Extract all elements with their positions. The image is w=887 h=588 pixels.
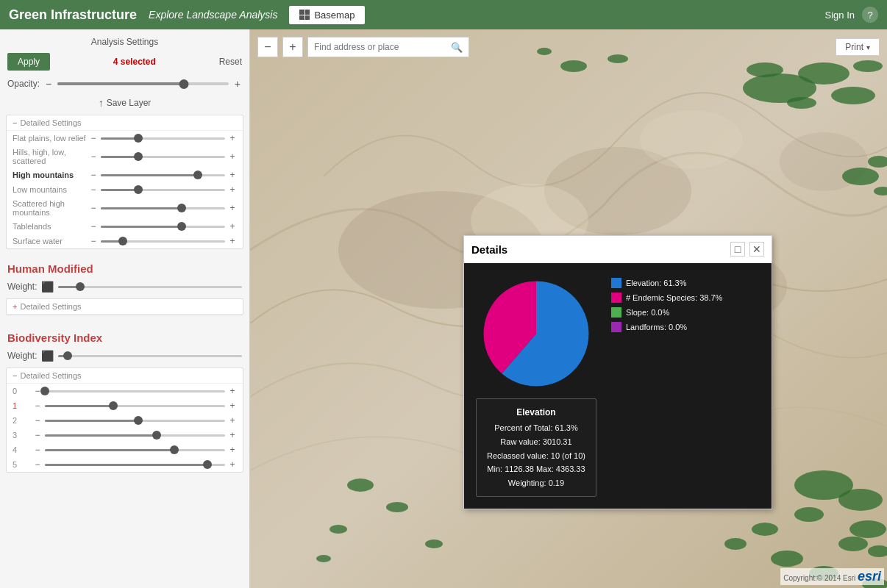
svg-point-8 xyxy=(798,62,849,85)
search-box[interactable]: 🔍 xyxy=(307,37,469,57)
legend-label-elevation: Elevation: 61.3% xyxy=(626,279,687,287)
opacity-slider-track[interactable] xyxy=(57,82,229,85)
slider-track-surface-water[interactable] xyxy=(101,240,225,243)
bio-slider-track-1[interactable] xyxy=(45,405,225,407)
svg-point-12 xyxy=(853,60,883,72)
bio-slider-track-5[interactable] xyxy=(45,464,225,466)
opacity-row: Opacity: − + xyxy=(0,74,249,94)
bio-slider-minus-2[interactable]: − xyxy=(33,415,42,426)
slider-track-low-mountains[interactable] xyxy=(101,189,225,191)
bio-slider-minus-1[interactable]: − xyxy=(33,401,42,411)
bio-detail-label: Detailed Settings xyxy=(20,371,81,380)
slider-track-tablelands[interactable] xyxy=(101,226,225,228)
slider-plus-high-mountains[interactable]: + xyxy=(228,170,237,180)
slider-minus-surface-water[interactable]: − xyxy=(89,236,98,246)
slider-minus-flat-plains[interactable]: − xyxy=(89,133,98,143)
zoom-in-button[interactable]: + xyxy=(282,37,303,57)
svg-point-20 xyxy=(838,537,868,551)
tooltip-raw: Raw value: 3010.31 xyxy=(487,435,585,449)
svg-point-10 xyxy=(747,62,783,77)
bio-slider-track-4[interactable] xyxy=(45,449,225,451)
slider-plus-low-mountains[interactable]: + xyxy=(228,184,237,195)
pie-legend: Elevation: 61.3% # Endemic Species: 38.7… xyxy=(611,275,722,332)
slider-plus-scattered[interactable]: + xyxy=(228,203,237,213)
popup-header: Details □ ✕ xyxy=(464,236,772,263)
opacity-plus-button[interactable]: + xyxy=(233,78,242,90)
biodiversity-section: Biodiversity Index Weight: ⬛ − Detailed … xyxy=(0,321,249,478)
slider-plus-hills[interactable]: + xyxy=(228,151,237,162)
legend-item-elevation: Elevation: 61.3% xyxy=(611,278,722,288)
bio-slider-plus-1[interactable]: + xyxy=(228,401,237,411)
human-modified-toggle-icon[interactable]: + xyxy=(13,302,17,311)
map-area[interactable]: − + 🔍 Print ▾ Details □ ✕ xyxy=(250,29,887,588)
legend-color-slope xyxy=(611,307,621,318)
bio-slider-3: 3 − + xyxy=(7,428,243,442)
slider-track-high-mountains[interactable] xyxy=(101,174,225,176)
bio-toggle-icon[interactable]: − xyxy=(13,371,17,380)
bio-slider-plus-5[interactable]: + xyxy=(228,459,237,470)
slider-minus-scattered[interactable]: − xyxy=(89,203,98,213)
basemap-button[interactable]: Basemap xyxy=(289,6,365,24)
sign-in-link[interactable]: Sign In xyxy=(825,10,855,21)
print-chevron-icon: ▾ xyxy=(866,43,870,51)
bio-slider-plus-0[interactable]: + xyxy=(228,386,237,396)
slider-row-hills: Hills, high, low, scattered − + xyxy=(7,146,243,168)
slider-row-flat-plains: Flat plains, low relief − + xyxy=(7,131,243,146)
slider-minus-hills[interactable]: − xyxy=(89,151,98,162)
search-input[interactable] xyxy=(314,42,451,52)
pie-chart xyxy=(477,275,595,392)
bio-slider-track-3[interactable] xyxy=(45,434,225,437)
detail-toggle-icon[interactable]: − xyxy=(13,118,17,127)
weight-track-human[interactable] xyxy=(58,286,242,288)
reset-button[interactable]: Reset xyxy=(219,57,242,67)
bio-slider-minus-3[interactable]: − xyxy=(33,430,42,440)
human-modified-detailed-title: + Detailed Settings xyxy=(7,299,243,315)
legend-label-endemic: # Endemic Species: 38.7% xyxy=(626,293,722,302)
slider-track-hills[interactable] xyxy=(101,156,225,158)
bio-slider-plus-2[interactable]: + xyxy=(228,415,237,426)
bio-slider-minus-4[interactable]: − xyxy=(33,445,42,455)
bio-slider-minus-5[interactable]: − xyxy=(33,459,42,470)
slider-plus-surface-water[interactable]: + xyxy=(228,236,237,246)
slider-row-scattered: Scattered high mountains − + xyxy=(7,197,243,219)
legend-item-landforms: Landforms: 0.0% xyxy=(611,322,722,332)
slider-plus-tablelands[interactable]: + xyxy=(228,221,237,232)
tooltip-minmax: Min: 1126.38 Max: 4363.33 xyxy=(487,462,585,476)
weight-track-bio[interactable] xyxy=(58,355,242,357)
slider-label-hills: Hills, high, low, scattered xyxy=(13,148,86,165)
opacity-minus-button[interactable]: − xyxy=(44,78,53,90)
svg-point-19 xyxy=(794,507,824,522)
svg-point-6 xyxy=(640,110,743,169)
slider-plus-flat-plains[interactable]: + xyxy=(228,133,237,143)
slider-minus-low-mountains[interactable]: − xyxy=(89,184,98,195)
slider-minus-high-mountains[interactable]: − xyxy=(89,170,98,180)
tooltip-percent: Percent of Total: 61.3% xyxy=(487,421,585,435)
help-button[interactable]: ? xyxy=(862,7,878,23)
zoom-out-button[interactable]: − xyxy=(257,37,278,57)
svg-point-27 xyxy=(347,478,374,492)
bio-slider-label-0: 0 xyxy=(13,387,30,395)
bio-slider-1: 1 − + xyxy=(7,398,243,413)
human-modified-detailed-box: + Detailed Settings xyxy=(6,298,243,315)
slider-track-scattered[interactable] xyxy=(101,207,225,209)
popup-restore-button[interactable]: □ xyxy=(730,242,745,257)
details-popup: Details □ ✕ xyxy=(463,235,772,509)
slider-row-tablelands: Tablelands − + xyxy=(7,219,243,234)
apply-button[interactable]: Apply xyxy=(7,53,50,71)
weight-label-human: Weight: xyxy=(7,282,37,292)
bio-slider-plus-4[interactable]: + xyxy=(228,445,237,455)
svg-point-17 xyxy=(838,489,883,511)
slider-row-surface-water: Surface water − + xyxy=(7,234,243,248)
save-layer-button[interactable]: ↑ Save Layer xyxy=(99,97,152,109)
bio-slider-plus-3[interactable]: + xyxy=(228,430,237,440)
slider-minus-tablelands[interactable]: − xyxy=(89,221,98,232)
popup-close-button[interactable]: ✕ xyxy=(749,242,764,257)
tooltip-reclassed: Reclassed value: 10 (of 10) xyxy=(487,449,585,463)
bio-slider-track-0[interactable] xyxy=(45,390,225,392)
selected-count-label: 4 selected xyxy=(113,57,156,67)
print-button[interactable]: Print ▾ xyxy=(836,38,880,56)
legend-item-slope: Slope: 0.0% xyxy=(611,307,722,318)
bio-slider-track-2[interactable] xyxy=(45,420,225,422)
tooltip-title: Elevation xyxy=(487,405,585,420)
slider-track-flat-plains[interactable] xyxy=(101,137,225,140)
